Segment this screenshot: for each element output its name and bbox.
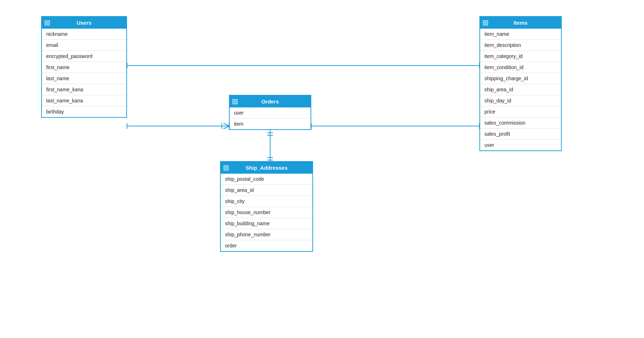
table-row: ship_building_name: [221, 218, 312, 229]
users-table-title: Users: [77, 20, 92, 26]
svg-line-9: [224, 126, 229, 129]
table-row: item: [230, 119, 311, 129]
table-row: nickname: [42, 29, 126, 40]
table-row: item_description: [480, 40, 561, 51]
table-row: item_category_id: [480, 51, 561, 62]
ship-addresses-table: − Ship_Addresses ship_postal_code ship_a…: [220, 161, 313, 252]
table-row: item_condition_id: [480, 62, 561, 73]
table-row: item_name: [480, 29, 561, 40]
table-row: encrypted_password: [42, 51, 126, 62]
ship-addresses-table-header: − Ship_Addresses: [221, 162, 312, 174]
table-row: ship_area_id: [480, 84, 561, 95]
items-table-title: Items: [513, 20, 527, 26]
table-row: birthday: [42, 106, 126, 117]
items-minimize-icon[interactable]: −: [483, 20, 488, 25]
orders-table-title: Orders: [261, 98, 279, 105]
users-table-header: − Users: [42, 17, 126, 29]
table-row: user: [230, 107, 311, 119]
table-row: first_name_kana: [42, 84, 126, 95]
orders-table: − Orders user item: [229, 95, 311, 130]
ship-addresses-minimize-icon[interactable]: −: [224, 165, 229, 170]
table-row: ship_postal_code: [221, 174, 312, 185]
items-table-body: item_name item_description item_category…: [480, 29, 561, 150]
table-row: email: [42, 40, 126, 51]
diagram-canvas: − Users nickname email encrypted_passwor…: [0, 0, 644, 338]
table-row: ship_day_id: [480, 95, 561, 106]
orders-table-body: user item: [230, 107, 311, 129]
table-row: first_name: [42, 62, 126, 73]
ship-addresses-table-body: ship_postal_code ship_area_id ship_city …: [221, 174, 312, 251]
users-minimize-icon[interactable]: −: [45, 20, 50, 25]
table-row: shipping_charge_id: [480, 73, 561, 84]
table-row: ship_area_id: [221, 185, 312, 196]
table-row: last_name: [42, 73, 126, 84]
users-table: − Users nickname email encrypted_passwor…: [41, 16, 127, 118]
table-row: sales_commission: [480, 117, 561, 129]
orders-table-header: − Orders: [230, 96, 311, 107]
table-row: last_name_kana: [42, 95, 126, 106]
items-table-header: − Items: [480, 17, 561, 29]
table-row: price: [480, 106, 561, 117]
items-table: − Items item_name item_description item_…: [479, 16, 562, 151]
table-row: ship_phone_number: [221, 229, 312, 240]
orders-minimize-icon[interactable]: −: [233, 99, 238, 104]
svg-line-8: [224, 123, 229, 126]
users-table-body: nickname email encrypted_password first_…: [42, 29, 126, 117]
table-row: order: [221, 240, 312, 251]
table-row: ship_city: [221, 196, 312, 207]
table-row: ship_house_number: [221, 207, 312, 218]
table-row: sales_profit: [480, 129, 561, 140]
ship-addresses-table-title: Ship_Addresses: [245, 165, 288, 171]
table-row: user: [480, 140, 561, 150]
